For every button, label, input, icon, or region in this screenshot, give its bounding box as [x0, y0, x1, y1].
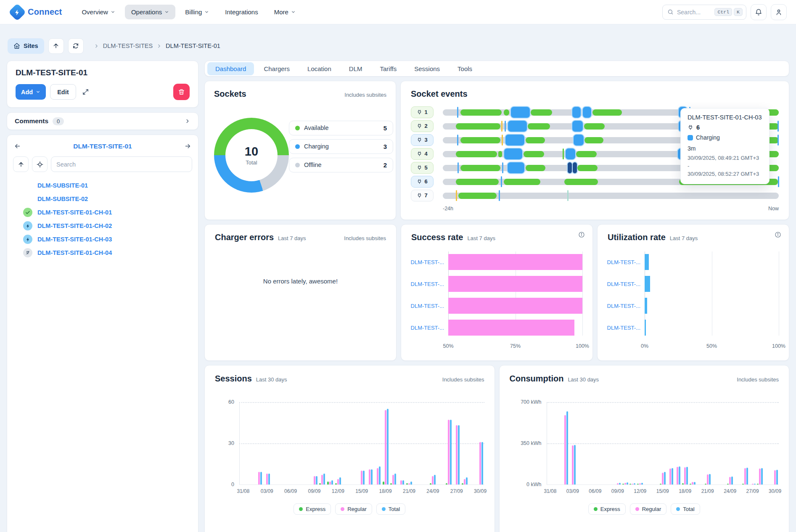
regular-bar[interactable] — [564, 415, 566, 484]
notifications-button[interactable] — [751, 4, 767, 20]
express-bar[interactable] — [390, 483, 392, 484]
total-bar[interactable] — [394, 474, 396, 484]
regular-bar[interactable] — [361, 471, 362, 484]
socket-badge[interactable]: 5 — [411, 162, 434, 174]
express-bar[interactable] — [629, 484, 631, 484]
regular-bar[interactable] — [639, 483, 641, 484]
value-bar[interactable] — [645, 320, 646, 336]
value-bar[interactable] — [645, 276, 650, 292]
total-bar[interactable] — [627, 482, 628, 484]
express-bar[interactable] — [319, 483, 321, 484]
regular-bar[interactable] — [752, 484, 754, 484]
sockets-legend-item[interactable]: Offline2 — [289, 158, 393, 172]
search-input[interactable] — [677, 9, 711, 16]
sites-button[interactable]: Sites — [8, 38, 44, 54]
total-bar[interactable] — [331, 480, 333, 484]
total-bar[interactable] — [458, 425, 460, 484]
regular-bar[interactable] — [624, 483, 626, 484]
regular-bar[interactable] — [572, 445, 574, 484]
go-up-button[interactable] — [48, 38, 64, 54]
express-bar[interactable] — [690, 484, 691, 484]
charger-link-label[interactable]: DLM-TEST-... — [608, 320, 645, 336]
charger-link-label[interactable]: DLM-TEST-... — [608, 298, 645, 314]
tab-tools[interactable]: Tools — [450, 62, 480, 75]
tree-item[interactable]: DLM-TEST-SITE-01-CH-04 — [13, 246, 192, 259]
total-bar[interactable] — [641, 483, 643, 484]
regular-bar[interactable] — [400, 480, 402, 484]
regular-bar[interactable] — [707, 474, 709, 484]
tab-chargers[interactable]: Chargers — [256, 62, 298, 75]
tree-back-button[interactable] — [13, 142, 22, 151]
total-bar[interactable] — [316, 476, 317, 484]
edit-button[interactable]: Edit — [50, 84, 76, 100]
regular-bar[interactable] — [464, 479, 465, 484]
sockets-legend-item[interactable]: Available5 — [289, 121, 393, 135]
nav-item-billing[interactable]: Billing — [179, 5, 215, 19]
total-bar[interactable] — [268, 474, 270, 484]
total-bar[interactable] — [323, 474, 325, 484]
tree-forward-button[interactable] — [183, 142, 192, 151]
add-button[interactable]: Add — [16, 84, 46, 100]
regular-bar[interactable] — [479, 442, 481, 484]
value-bar[interactable] — [645, 298, 647, 314]
total-bar[interactable] — [634, 483, 635, 484]
regular-bar[interactable] — [677, 467, 678, 484]
socket-badge[interactable]: 1 — [411, 106, 434, 118]
total-bar[interactable] — [466, 477, 468, 484]
tab-tariffs[interactable]: Tariffs — [372, 62, 405, 75]
sockets-legend-item[interactable]: Charging3 — [289, 139, 393, 154]
total-bar[interactable] — [754, 484, 756, 484]
express-bar[interactable] — [727, 484, 729, 484]
legend-chip-regular[interactable]: Regular — [335, 503, 372, 515]
express-bar[interactable] — [757, 484, 759, 484]
socket-badge[interactable]: 4 — [411, 148, 434, 160]
value-bar[interactable] — [448, 254, 582, 270]
breadcrumb-item[interactable]: DLM-TEST-SITES — [103, 42, 153, 49]
regular-bar[interactable] — [759, 468, 761, 484]
regular-bar[interactable] — [744, 468, 746, 484]
total-bar[interactable] — [776, 470, 778, 484]
total-bar[interactable] — [387, 409, 389, 484]
regular-bar[interactable] — [385, 410, 386, 484]
tree-up-button[interactable] — [13, 156, 29, 172]
charger-link-label[interactable]: DLM-TEST-... — [608, 276, 645, 292]
total-bar[interactable] — [672, 468, 673, 484]
express-bar[interactable] — [682, 483, 684, 484]
total-bar[interactable] — [694, 482, 696, 484]
regular-bar[interactable] — [377, 468, 378, 484]
charger-link-label[interactable]: DLM-TEST-... — [411, 298, 448, 314]
regular-bar[interactable] — [669, 468, 671, 484]
total-bar[interactable] — [679, 466, 680, 484]
regular-bar[interactable] — [329, 482, 331, 484]
total-bar[interactable] — [664, 472, 666, 484]
regular-bar[interactable] — [369, 469, 370, 484]
regular-bar[interactable] — [266, 474, 268, 484]
regular-bar[interactable] — [258, 472, 260, 484]
total-bar[interactable] — [574, 445, 576, 484]
regular-bar[interactable] — [684, 467, 686, 484]
express-bar[interactable] — [660, 484, 661, 484]
total-bar[interactable] — [450, 420, 452, 484]
total-bar[interactable] — [363, 471, 365, 484]
regular-bar[interactable] — [662, 473, 664, 484]
value-bar[interactable] — [448, 298, 582, 314]
regular-bar[interactable] — [337, 479, 339, 484]
regular-bar[interactable] — [448, 420, 450, 484]
regular-bar[interactable] — [432, 476, 434, 484]
charger-link-label[interactable]: DLM-TEST-... — [411, 254, 448, 270]
legend-chip-express[interactable]: Express — [294, 503, 331, 515]
total-bar[interactable] — [260, 472, 262, 484]
event-track[interactable] — [443, 190, 779, 201]
total-bar[interactable] — [481, 442, 483, 484]
express-bar[interactable] — [446, 483, 447, 484]
tree-search-input[interactable] — [51, 156, 192, 172]
breadcrumb-item[interactable]: DLM-TEST-SITE-01 — [166, 42, 220, 49]
info-icon[interactable] — [775, 231, 781, 239]
tree-title[interactable]: DLM-TEST-SITE-01 — [22, 143, 183, 150]
total-bar[interactable] — [339, 477, 341, 484]
tab-dashboard[interactable]: Dashboard — [207, 62, 254, 75]
express-bar[interactable] — [430, 483, 431, 484]
total-bar[interactable] — [410, 482, 412, 484]
tree-item[interactable]: DLM-SUBSITE-01 — [13, 179, 192, 192]
regular-bar[interactable] — [314, 476, 315, 484]
